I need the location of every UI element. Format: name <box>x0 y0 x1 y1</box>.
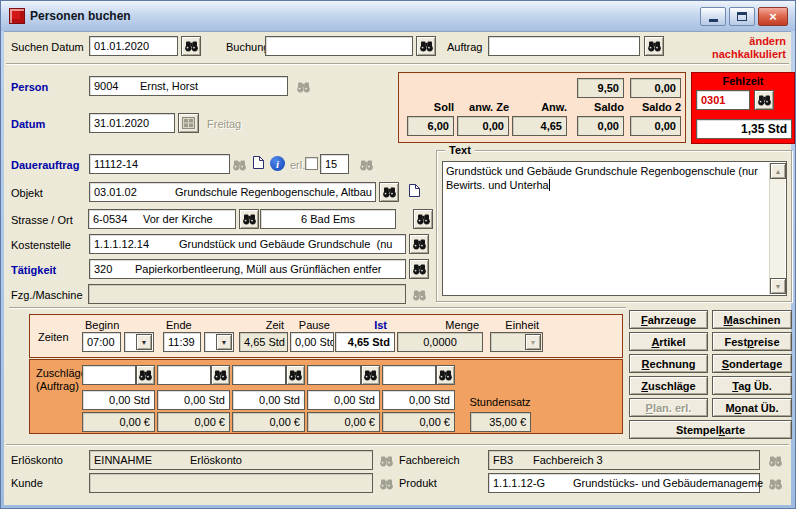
zuschlag-code-input[interactable] <box>82 365 136 385</box>
minimize-icon <box>709 14 718 22</box>
objekt-document-button[interactable] <box>408 183 421 200</box>
person-input[interactable]: 9004Ernst, Horst <box>89 76 288 96</box>
produkt-label: Produkt <box>399 477 437 490</box>
zuschlag-std-input[interactable]: 0,00 Std <box>157 390 230 410</box>
zuschlag-search-button[interactable] <box>361 365 380 385</box>
objekt-input[interactable]: 03.01.02Grundschule Regenbogenschule, Al… <box>89 182 376 202</box>
zuschlaege-button[interactable]: Zuschläge <box>629 376 708 395</box>
zuschlag-std-input[interactable]: 0,00 Std <box>382 390 455 410</box>
dauerauftrag-label: Dauerauftrag <box>11 159 79 172</box>
binoculars-icon <box>379 479 394 490</box>
status-line-2: nachkalkuliert <box>654 48 786 61</box>
scroll-up-button[interactable]: ▲ <box>770 163 786 179</box>
strasse-search-button[interactable] <box>239 209 259 229</box>
zuschlag-std-input[interactable]: 0,00 Std <box>232 390 305 410</box>
text-area[interactable]: Grundstück und Gebäude Grundschule Regen… <box>442 161 787 296</box>
strasse-input[interactable]: 6-0534Vor der Kirche <box>88 209 236 229</box>
objekt-search-button[interactable] <box>379 182 399 202</box>
anw-ze-field: 0,00 <box>457 116 509 136</box>
divider <box>6 63 789 65</box>
dauerauftrag-count-input[interactable]: 15 <box>320 154 349 174</box>
sondertage-button[interactable]: Sondertage <box>712 354 792 373</box>
zuschlaege-panel: Zuschläge (Auftrag) 0,00 Std 0,00 € 0,00… <box>29 359 623 434</box>
dropdown-arrow-icon[interactable]: ▼ <box>136 334 152 350</box>
taetigkeit-label: Tätigkeit <box>11 264 56 277</box>
erloeskonto-search-button <box>376 451 396 471</box>
stundensatz-field: 35,00 € <box>470 412 531 432</box>
tag-ueb-button[interactable]: Tag Üb. <box>712 376 792 395</box>
text-content: Grundstück und Gebäude Grundschule Regen… <box>446 165 758 191</box>
anw-ze-label: anw. Ze <box>457 101 509 114</box>
zuschlag-search-button[interactable] <box>136 365 155 385</box>
produkt-field[interactable]: 1.1.1.12-GGrundstücks- und Gebäudemanage… <box>488 473 760 493</box>
zuschlag-eur-field: 0,00 € <box>382 412 455 432</box>
kostenstelle-label: Kostenstelle <box>11 239 71 252</box>
new-document-button[interactable] <box>252 155 265 172</box>
close-button[interactable]: × <box>758 7 788 26</box>
text-caret <box>549 179 550 191</box>
zuschlag-search-button[interactable] <box>286 365 305 385</box>
ende-input[interactable]: 11:39 <box>163 332 201 352</box>
binoculars-icon <box>184 41 199 52</box>
scroll-down-button[interactable]: ▼ <box>770 278 786 294</box>
binoculars-icon <box>768 456 783 467</box>
close-icon: × <box>769 12 777 22</box>
datum-input[interactable]: 31.01.2020 <box>89 113 175 133</box>
zuschlag-code-input[interactable] <box>307 365 361 385</box>
suchen-datum-search-button[interactable] <box>181 36 201 56</box>
kunde-search-button <box>376 474 396 494</box>
zuschlag-code-input[interactable] <box>382 365 436 385</box>
maximize-button[interactable] <box>729 7 755 26</box>
anw-label: Anw. <box>512 101 567 114</box>
datum-label: Datum <box>11 118 45 131</box>
kostenstelle-search-button[interactable] <box>409 234 429 254</box>
saldo2-top-field: 0,00 <box>630 78 681 98</box>
zuschlag-std-input[interactable]: 0,00 Std <box>82 390 155 410</box>
taetigkeit-search-button[interactable] <box>409 259 429 279</box>
saldo-top-field: 9,50 <box>577 78 624 98</box>
info-button[interactable]: i <box>270 156 285 171</box>
plan-erl-button: Plan. erl. <box>629 398 708 417</box>
buchungen-input[interactable] <box>265 36 413 56</box>
binoculars-icon <box>419 41 434 52</box>
dauerauftrag-input[interactable]: 11112-14 <box>89 154 230 174</box>
minimize-button[interactable] <box>700 7 726 26</box>
auftrag-input[interactable] <box>488 36 640 56</box>
anw-field: 4,65 <box>512 116 567 136</box>
dropdown-arrow-icon[interactable]: ▼ <box>216 334 232 350</box>
soll-label: Soll <box>407 101 454 114</box>
festpreise-button[interactable]: Festpreise <box>712 332 792 351</box>
time-summary-panel: 9,50 0,00 Soll anw. Ze Anw. Saldo Saldo … <box>398 72 686 143</box>
ort-search-button[interactable] <box>413 209 433 229</box>
zuschlag-search-button[interactable] <box>436 365 455 385</box>
zuschlag-code-input[interactable] <box>232 365 286 385</box>
zuschlag-search-button[interactable] <box>211 365 230 385</box>
stundensatz-label: Stundensatz <box>467 396 533 409</box>
fahrzeuge-button[interactable]: Fahrzeuge <box>629 310 708 329</box>
pause-input[interactable]: 0,00 Std <box>290 332 334 352</box>
kostenstelle-input[interactable]: 1.1.1.12.14Grundstück und Gebäude Grunds… <box>89 234 406 254</box>
ende-dropdown[interactable]: ▼ <box>204 332 234 352</box>
rechnung-button[interactable]: Rechnung <box>629 354 708 373</box>
zuschlag-eur-field: 0,00 € <box>307 412 380 432</box>
fehlzeit-code-input[interactable]: 0301 <box>696 90 750 110</box>
fehlzeit-search-button[interactable] <box>754 90 774 110</box>
dauerauftrag-count-search-button <box>356 155 376 175</box>
pause-header: Pause <box>290 319 330 332</box>
zuschlag-code-input[interactable] <box>157 365 211 385</box>
titlebar[interactable]: Personen buchen × <box>1 1 796 31</box>
suchen-datum-input[interactable]: 01.01.2020 <box>89 36 178 56</box>
beginn-dropdown[interactable]: ▼ <box>124 332 154 352</box>
taetigkeit-input[interactable]: 320Papierkorbentleerung, Müll aus Grünfl… <box>89 259 406 279</box>
ort-input[interactable]: 6 Bad Ems <box>260 209 396 229</box>
artikel-button[interactable]: Artikel <box>629 332 708 351</box>
buchungen-search-button[interactable] <box>416 36 436 56</box>
zuschlag-std-input[interactable]: 0,00 Std <box>307 390 380 410</box>
stempelkarte-button[interactable]: Stempelkarte <box>629 420 792 439</box>
beginn-input[interactable]: 07:00 <box>82 332 121 352</box>
maschinen-button[interactable]: Maschinen <box>712 310 792 329</box>
monat-ueb-button[interactable]: Monat Üb. <box>712 398 792 417</box>
binoculars-icon <box>242 214 257 225</box>
text-scrollbar[interactable]: ▲ ▼ <box>769 163 785 294</box>
status-badge: ändern nachkalkuliert <box>654 35 786 61</box>
